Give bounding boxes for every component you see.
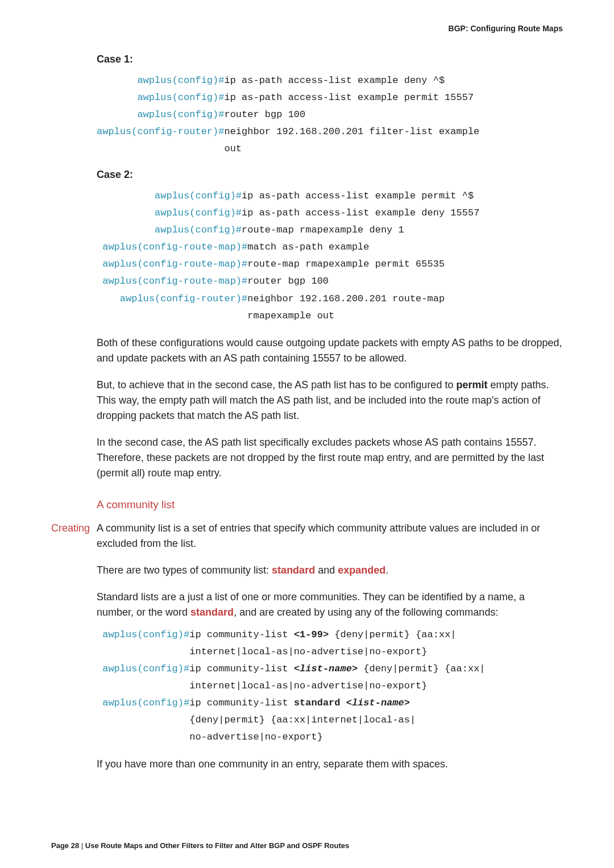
prompt: awplus(config)# (102, 663, 189, 674)
cmd-text: ip community-list (189, 629, 294, 640)
section-heading: A community list (97, 497, 563, 513)
body-paragraph: But, to achieve that in the second case,… (97, 377, 563, 423)
cmd-text: ip as-path access-list example deny ^$ (224, 75, 445, 86)
prompt: awplus(config)# (155, 190, 242, 201)
case2-heading: Case 2: (97, 167, 563, 182)
prompt: awplus(config-router)# (120, 293, 247, 304)
cmd-text: {deny|permit} {aa:xx|internet|local-as| (189, 715, 416, 725)
case1-heading: Case 1: (97, 52, 563, 67)
prompt: awplus(config)# (155, 225, 242, 235)
cmd-arg: <list-name> (294, 663, 358, 674)
prompt: awplus(config)# (137, 109, 224, 120)
cmd-arg: <1-99> (294, 629, 329, 640)
text: . (385, 564, 388, 576)
text: , and are created by using any of the fo… (234, 607, 498, 618)
keyword-standard: standard (272, 564, 315, 576)
cmd-keyword: standard (294, 697, 341, 708)
case1-block: awplus(config)#ip as-path access-list ex… (97, 73, 563, 157)
cmd-text: ip as-path access-list example permit 15… (224, 92, 474, 103)
prompt: awplus(config-route-map)# (102, 276, 247, 286)
body-paragraph: There are two types of community list: s… (97, 563, 563, 578)
text: There are two types of community list: (97, 564, 272, 576)
cmd-text: ip community-list (189, 663, 294, 674)
prompt: awplus(config)# (155, 207, 242, 218)
prompt: awplus(config)# (137, 75, 224, 86)
text: and (315, 564, 338, 576)
keyword-standard: standard (190, 607, 234, 618)
cmd-arg: <list-name> (346, 697, 410, 708)
body-paragraph: If you have more than one community in a… (97, 757, 563, 772)
prompt: awplus(config-router)# (97, 126, 224, 137)
cmd-text: router bgp 100 (224, 109, 305, 120)
cmd-text: neighbor 192.168.200.201 filter-list exa… (224, 126, 479, 137)
keyword-expanded: expanded (338, 564, 385, 576)
cmd-text: out (224, 143, 242, 154)
page-number: 28 (71, 841, 79, 850)
cmd-text: rmapexample out (247, 310, 334, 321)
cmd-text: {deny|permit} {aa:xx| (329, 629, 456, 640)
cmd-text: match as-path example (247, 242, 369, 252)
body-paragraph: A community list is a set of entries tha… (97, 521, 563, 551)
page-footer: Page 28 | Use Route Maps and Other Filte… (51, 840, 349, 852)
cmd-text: route-map rmapexample permit 65535 (247, 259, 445, 269)
cmd-text (341, 697, 346, 708)
case2-block: awplus(config)#ip as-path access-list ex… (97, 188, 563, 323)
cmd-text: ip as-path access-list example deny 1555… (242, 207, 479, 218)
text: But, to achieve that in the second case,… (97, 379, 456, 391)
cmd-text: router bgp 100 (247, 276, 329, 286)
prompt: awplus(config)# (137, 92, 224, 103)
cmd-text: route-map rmapexample deny 1 (242, 225, 404, 235)
cmd-text: neighbor 192.168.200.201 route-map (247, 293, 445, 304)
commands-block: awplus(config)#ip community-list <1-99> … (97, 627, 563, 745)
body-paragraph: Standard lists are a just a list of one … (97, 589, 563, 620)
cmd-text: internet|local-as|no-advertise|no-export… (189, 646, 427, 657)
prompt: awplus(config)# (102, 697, 189, 708)
prompt: awplus(config)# (102, 629, 189, 640)
footer-title: Use Route Maps and Other Filters to Filt… (85, 841, 349, 850)
prompt: awplus(config-route-map)# (102, 259, 247, 269)
cmd-text: no-advertise|no-export} (189, 732, 323, 742)
page-label: Page (51, 841, 71, 850)
bold-text: permit (456, 379, 487, 391)
cmd-text: {deny|permit} {aa:xx| (358, 663, 485, 674)
margin-label-creating: Creating (51, 521, 90, 536)
footer-sep: | (79, 841, 85, 850)
cmd-text: ip as-path access-list example permit ^$ (242, 190, 474, 201)
cmd-text: ip community-list (189, 697, 294, 708)
body-paragraph: In the second case, the AS path list spe… (97, 435, 563, 481)
body-paragraph: Both of these configurations would cause… (97, 335, 563, 366)
page-header-right: BGP: Configuring Route Maps (97, 23, 563, 35)
cmd-text: internet|local-as|no-advertise|no-export… (189, 680, 427, 691)
prompt: awplus(config-route-map)# (102, 242, 247, 252)
